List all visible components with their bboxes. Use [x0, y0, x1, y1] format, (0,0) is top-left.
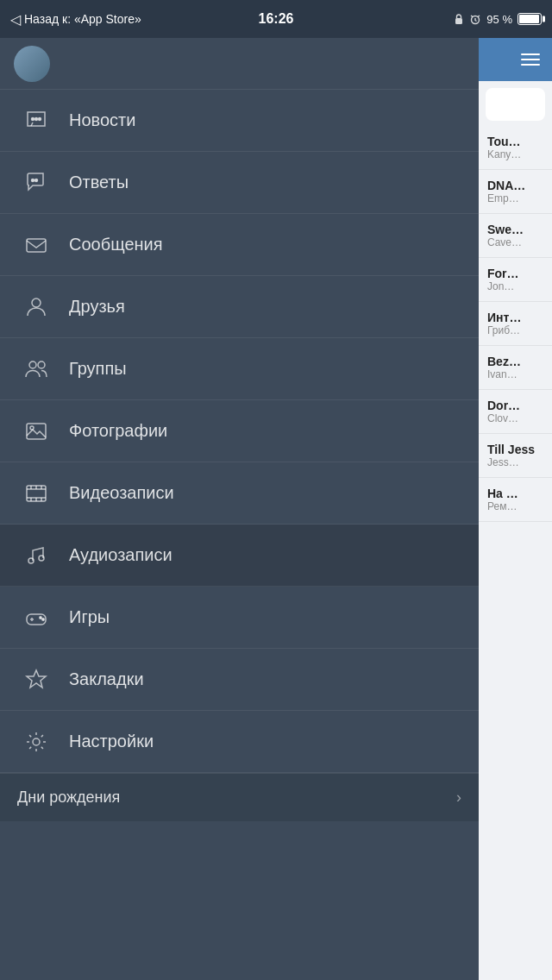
svg-point-6	[35, 179, 38, 181]
sidebar-item-answers[interactable]: Ответы	[0, 152, 479, 214]
track-item[interactable]: DNA…Emp…	[479, 170, 552, 214]
avatar	[14, 46, 50, 82]
track-artist: Emp…	[487, 192, 543, 204]
gear-icon	[17, 723, 55, 761]
birthday-footer[interactable]: Дни рождения ›	[0, 773, 479, 821]
chat-dots-icon	[17, 164, 55, 202]
track-artist: Гриб…	[487, 324, 543, 336]
svg-point-26	[42, 618, 44, 619]
sidebar-item-news[interactable]: Новости	[0, 90, 479, 152]
photo-icon	[17, 412, 55, 450]
sidebar-item-photos[interactable]: Фотографии	[0, 400, 479, 462]
svg-point-2	[32, 117, 34, 120]
sidebar-item-label-news: Новости	[69, 110, 135, 130]
svg-rect-11	[27, 424, 46, 439]
persons-icon	[17, 350, 55, 388]
sidebar-profile[interactable]	[0, 38, 479, 90]
right-panel: Tou…Kany…DNA…Emp…Swe…Cave…For…Jon…Инт…Гр…	[479, 38, 552, 980]
svg-point-8	[32, 298, 41, 307]
track-item[interactable]: Tou…Kany…	[479, 126, 552, 170]
track-item[interactable]: Dor…Clov…	[479, 390, 552, 434]
gamepad-icon	[17, 599, 55, 637]
track-title: DNA…	[487, 179, 543, 192]
track-title: На …	[487, 487, 543, 500]
sidebar-item-label-answers: Ответы	[69, 173, 129, 192]
sidebar-item-label-settings: Настройки	[69, 732, 154, 751]
sidebar-item-label-messages: Сообщения	[69, 235, 163, 254]
status-bar-left: ◁ Назад к: «App Store»	[10, 11, 141, 28]
search-bar[interactable]	[486, 88, 545, 121]
track-artist: Рем…	[487, 500, 543, 512]
sidebar-item-label-audio: Аудиозаписи	[69, 545, 172, 565]
svg-point-9	[29, 361, 36, 368]
sidebar-item-friends[interactable]: Друзья	[0, 276, 479, 338]
battery-icon	[518, 13, 542, 25]
sidebar-item-label-bookmarks: Закладки	[69, 669, 144, 689]
track-item[interactable]: For…Jon…	[479, 258, 552, 302]
sidebar: НовостиОтветыСообщенияДрузьяГруппыФотогр…	[0, 38, 479, 980]
track-title: Инт…	[487, 311, 543, 324]
status-bar-time: 16:26	[259, 11, 294, 27]
battery-percent: 95 %	[486, 13, 512, 26]
sidebar-item-audio[interactable]: Аудиозаписи	[0, 525, 479, 587]
back-label[interactable]: Назад к: «App Store»	[24, 12, 141, 26]
sidebar-item-bookmarks[interactable]: Закладки	[0, 649, 479, 711]
svg-point-25	[40, 616, 41, 618]
track-title: Dor…	[487, 399, 543, 412]
sidebar-item-label-games: Игры	[69, 607, 110, 627]
track-item[interactable]: Bez…Ivan…	[479, 346, 552, 390]
svg-point-10	[38, 361, 45, 368]
track-title: Tou…	[487, 135, 543, 148]
track-title: For…	[487, 267, 543, 280]
lock-icon	[454, 13, 464, 25]
chevron-right-icon: ›	[456, 788, 461, 807]
track-list: Tou…Kany…DNA…Emp…Swe…Cave…For…Jon…Инт…Гр…	[479, 126, 552, 980]
sidebar-item-label-friends: Друзья	[69, 297, 125, 317]
right-panel-header	[479, 38, 552, 81]
svg-point-4	[39, 117, 41, 120]
status-bar: ◁ Назад к: «App Store» 16:26 95 %	[0, 0, 552, 38]
track-artist: Cave…	[487, 236, 543, 248]
sidebar-item-label-photos: Фотографии	[69, 421, 167, 441]
star-icon	[17, 661, 55, 699]
birthday-label: Дни рождения	[17, 788, 456, 807]
svg-rect-7	[27, 239, 46, 252]
person-icon	[17, 288, 55, 326]
track-title: Bez…	[487, 355, 543, 368]
film-icon	[17, 474, 55, 512]
main-layout: НовостиОтветыСообщенияДрузьяГруппыФотогр…	[0, 38, 552, 980]
svg-point-5	[32, 179, 34, 181]
chat-bubble-icon	[17, 102, 55, 140]
track-item[interactable]: На …Рем…	[479, 478, 552, 522]
sidebar-item-messages[interactable]: Сообщения	[0, 214, 479, 276]
track-title: Till Jess	[487, 443, 543, 456]
svg-point-3	[35, 117, 38, 120]
track-artist: Jess…	[487, 456, 543, 468]
alarm-icon	[469, 13, 481, 25]
menu-container: НовостиОтветыСообщенияДрузьяГруппыФотогр…	[0, 90, 479, 773]
track-item[interactable]: Till JessJess…	[479, 434, 552, 478]
music-icon	[17, 537, 55, 575]
track-artist: Kany…	[487, 148, 543, 160]
track-item[interactable]: Инт…Гриб…	[479, 302, 552, 346]
hamburger-icon[interactable]	[521, 53, 540, 66]
sidebar-item-games[interactable]: Игры	[0, 587, 479, 649]
track-artist: Clov…	[487, 412, 543, 424]
sidebar-item-label-groups: Группы	[69, 359, 127, 379]
sidebar-item-label-video: Видеозаписи	[69, 483, 174, 503]
sidebar-item-settings[interactable]: Настройки	[0, 711, 479, 773]
svg-rect-0	[455, 18, 462, 24]
back-arrow-icon: ◁	[10, 11, 21, 28]
sidebar-item-groups[interactable]: Группы	[0, 338, 479, 400]
svg-point-28	[33, 738, 40, 745]
svg-marker-27	[27, 670, 46, 688]
track-item[interactable]: Swe…Cave…	[479, 214, 552, 258]
track-title: Swe…	[487, 223, 543, 236]
status-bar-right: 95 %	[454, 13, 542, 26]
track-artist: Jon…	[487, 280, 543, 292]
sidebar-item-video[interactable]: Видеозаписи	[0, 462, 479, 525]
track-artist: Ivan…	[487, 368, 543, 380]
envelope-icon	[17, 226, 55, 264]
